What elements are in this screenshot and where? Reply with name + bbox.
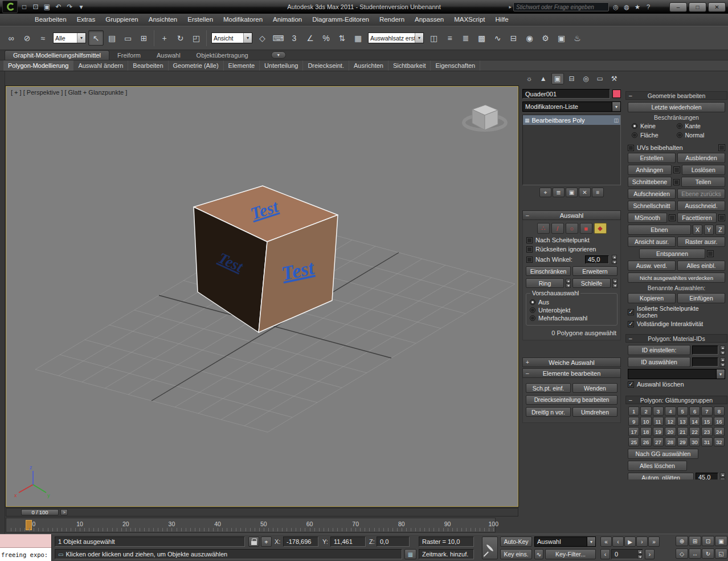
- msmooth-settings-button[interactable]: [669, 214, 676, 221]
- named-selection-set-dropdown[interactable]: Auswahlsatz erstell ▾: [368, 32, 424, 43]
- smoothing-group-button[interactable]: 12: [665, 417, 676, 426]
- smoothing-group-button[interactable]: 21: [677, 427, 688, 436]
- help-icon[interactable]: ?: [643, 2, 653, 11]
- menu-item[interactable]: Gruppieren: [100, 14, 144, 25]
- menu-item[interactable]: Diagramm-Editoren: [307, 14, 374, 25]
- perspective-viewport[interactable]: [ + ] [ Perspektive ] [ Glatt + Glanzpun…: [6, 86, 518, 507]
- relax-button[interactable]: Entspannen: [639, 249, 705, 259]
- maxscript-mini-listener[interactable]: freeing expo:: [0, 534, 52, 561]
- menu-item[interactable]: MAXScript: [449, 14, 490, 25]
- communication-center-icon[interactable]: ◍: [621, 2, 632, 11]
- smoothing-group-button[interactable]: 15: [701, 417, 712, 426]
- object-name-field[interactable]: Quader001: [522, 89, 610, 99]
- quickslice-button[interactable]: Schnellschnitt: [628, 201, 676, 211]
- smoothing-group-button[interactable]: 20: [665, 427, 676, 436]
- selection-filter-dropdown[interactable]: Alle ▾: [53, 32, 86, 43]
- previous-frame-icon[interactable]: ‹: [612, 536, 624, 547]
- smoothing-group-button[interactable]: 6: [689, 406, 700, 416]
- menu-item[interactable]: Anpassen: [410, 14, 449, 25]
- smoothing-group-button[interactable]: 27: [653, 437, 664, 446]
- select-and-rotate-icon[interactable]: ↻: [173, 30, 188, 46]
- ribbon-minimize-icon[interactable]: ▾: [271, 51, 286, 59]
- x-coordinate-field[interactable]: -178,696: [283, 536, 318, 547]
- ribbon-panel-tab[interactable]: Ausrichten: [349, 60, 388, 71]
- create-button[interactable]: Erstellen: [628, 153, 676, 163]
- detach-button[interactable]: Loslösen: [682, 165, 726, 175]
- select-id-spinner[interactable]: [720, 357, 725, 367]
- object-color-swatch[interactable]: [612, 90, 621, 98]
- ribbon-tab[interactable]: Auswahl: [149, 51, 189, 60]
- angle-spinner[interactable]: [612, 255, 617, 264]
- clear-all-sg-button[interactable]: Alles löschen: [628, 461, 687, 471]
- element-subobject-icon[interactable]: ◆: [594, 223, 607, 234]
- next-frame-icon[interactable]: ›: [636, 536, 648, 547]
- time-slider-button[interactable]: 0 / 100: [21, 509, 59, 515]
- attach-settings-button[interactable]: [673, 166, 680, 173]
- select-id-button[interactable]: ID auswählen: [628, 357, 690, 367]
- previous-frame-button[interactable]: ‹: [600, 549, 610, 559]
- go-to-start-icon[interactable]: «: [600, 536, 612, 547]
- smoothing-group-button[interactable]: 26: [640, 437, 651, 446]
- collapse-button[interactable]: Ausblenden: [677, 153, 725, 163]
- smoothing-group-button[interactable]: 3: [653, 406, 664, 416]
- select-object-icon[interactable]: ↖: [88, 30, 104, 46]
- curve-editor-icon[interactable]: ∿: [490, 30, 505, 46]
- modifier-list-dropdown[interactable]: Modifikatoren-Liste ▾: [522, 101, 621, 112]
- tessellate-settings-button[interactable]: [718, 214, 725, 221]
- bind-to-spacewarp-icon[interactable]: ≈: [35, 30, 51, 46]
- by-vertex-checkbox[interactable]: Nach Scheitelpunkt: [526, 237, 617, 243]
- set-id-spinner[interactable]: [720, 345, 725, 355]
- grid-align-button[interactable]: Raster ausr.: [677, 237, 725, 247]
- rectangular-selection-region-icon[interactable]: ▭: [120, 30, 136, 46]
- relax-settings-button[interactable]: [707, 250, 714, 257]
- select-id-field[interactable]: [692, 357, 718, 367]
- ribbon-panel-tab[interactable]: Bearbeiten: [128, 60, 168, 71]
- selection-rollout-header[interactable]: – Auswahl: [522, 210, 621, 220]
- open-file-icon[interactable]: ⊡: [30, 2, 41, 12]
- rendered-frame-window-icon[interactable]: ▣: [554, 30, 569, 46]
- menu-item[interactable]: Ansichten: [144, 14, 183, 25]
- keyboard-override-icon[interactable]: ⌨: [271, 30, 286, 46]
- constraint-radio[interactable]: Fläche: [632, 132, 677, 139]
- percent-snap-icon[interactable]: %: [318, 30, 334, 46]
- edge-subobject-icon[interactable]: /: [551, 223, 564, 234]
- z-button[interactable]: Z: [715, 225, 725, 235]
- next-frame-button[interactable]: ›: [645, 549, 655, 559]
- time-tag-icon[interactable]: ▦: [404, 549, 416, 559]
- retriangulate-button[interactable]: Umdrehen: [572, 407, 617, 417]
- ribbon-panel-tab[interactable]: Eigenschaften: [431, 60, 480, 71]
- repeat-last-button[interactable]: Letzte wiederholen: [628, 102, 725, 112]
- workspace-dropdown-icon[interactable]: ▾: [76, 2, 87, 12]
- zoom-icon[interactable]: ⊕: [676, 536, 688, 546]
- z-coordinate-field[interactable]: 0,0: [377, 536, 410, 547]
- preserve-uvs-settings-button[interactable]: [718, 144, 725, 151]
- preserve-uvs-checkbox[interactable]: UVs beibehalten: [628, 144, 717, 151]
- snap-toggle-3d-icon[interactable]: 3: [287, 30, 302, 46]
- full-interactivity-checkbox[interactable]: ✓ Vollständige Interaktivität: [628, 320, 703, 327]
- ribbon-panel-tab[interactable]: Dreieckseint.: [303, 60, 349, 71]
- select-by-sg-button[interactable]: Nach GG auswählen: [628, 449, 698, 459]
- smoothing-group-button[interactable]: 18: [640, 427, 651, 436]
- ribbon-tab[interactable]: Freiform: [109, 51, 149, 60]
- key-curve-icon[interactable]: ∿: [534, 549, 543, 559]
- material-ids-header[interactable]: – Polygon: Material-IDs: [625, 334, 727, 343]
- show-end-result-icon[interactable]: ≣: [553, 188, 565, 197]
- smoothing-group-button[interactable]: 1: [628, 406, 639, 416]
- favorites-icon[interactable]: ★: [632, 2, 643, 11]
- slice-plane-button[interactable]: Schnittebene: [628, 177, 672, 187]
- loop-spinner[interactable]: [612, 279, 617, 288]
- maximize-viewport-icon[interactable]: ◱: [715, 548, 727, 559]
- auto-key-button[interactable]: Auto-Key: [500, 536, 532, 547]
- preview-selection-radio[interactable]: Mehrfachauswahl: [530, 315, 614, 322]
- configure-modifier-sets-icon[interactable]: ≡: [592, 188, 604, 197]
- preview-selection-radio[interactable]: Unterobjekt: [530, 307, 614, 314]
- infocenter-search-input[interactable]: [513, 2, 609, 11]
- key-filters-button[interactable]: Key-Filter...: [545, 549, 596, 559]
- x-button[interactable]: X: [693, 225, 702, 235]
- angle-value-field[interactable]: 45,0: [585, 255, 609, 264]
- smoothing-group-button[interactable]: 2: [640, 406, 651, 416]
- shrink-button[interactable]: Einschränken: [526, 266, 571, 276]
- zoom-extents-all-icon[interactable]: ▣: [715, 536, 727, 546]
- zoom-extents-icon[interactable]: ⊡: [702, 536, 714, 546]
- smoothing-group-button[interactable]: 23: [701, 427, 712, 436]
